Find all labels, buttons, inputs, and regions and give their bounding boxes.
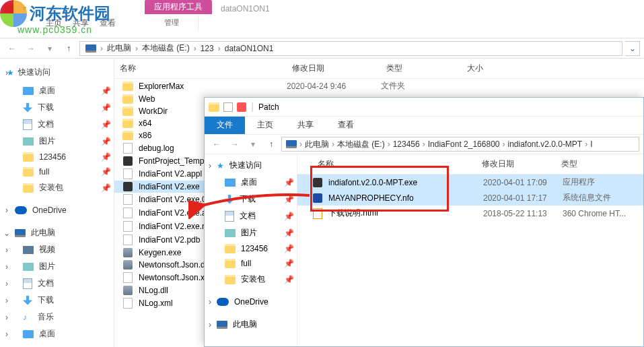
sidebar-item-folder[interactable]: full📌 xyxy=(205,256,297,271)
breadcrumb-item[interactable]: indiafont.v2.0.0-MPT xyxy=(505,139,585,149)
tab-view[interactable]: 查看 xyxy=(326,117,366,134)
sidebar-item-documents[interactable]: 文档📌 xyxy=(0,116,114,133)
breadcrumb-item[interactable]: 此电脑 xyxy=(302,139,332,150)
file-list-front: 名称 修改日期 类型 indiafont.v2.0.0-MPT.exe2020-… xyxy=(297,154,643,346)
sidebar-item-folder[interactable]: full📌 xyxy=(0,164,114,179)
picture-icon xyxy=(23,137,34,146)
sidebar-item-folder[interactable]: 123456📌 xyxy=(0,150,114,164)
chevron-right-icon[interactable]: › xyxy=(3,68,11,77)
sidebar-item-pictures[interactable]: ›图片 xyxy=(0,258,114,275)
breadcrumb-item[interactable]: 此电脑 xyxy=(104,42,134,54)
sidebar-item-downloads[interactable]: 下载📌 xyxy=(0,99,114,116)
tab-home[interactable]: 主页 xyxy=(245,117,285,134)
sidebar-item-folder[interactable]: 安装包📌 xyxy=(0,179,114,196)
chevron-right-icon[interactable]: › xyxy=(135,44,138,53)
col-date[interactable]: 修改日期 xyxy=(476,154,556,174)
file-row[interactable]: ExplorerMax2020-04-24 9:46文件夹 xyxy=(114,79,644,93)
nav-back-icon[interactable]: ← xyxy=(209,136,225,152)
chevron-down-icon[interactable]: ⌄ xyxy=(3,228,11,238)
breadcrumb-item[interactable]: 本地磁盘 (E:) xyxy=(334,139,388,150)
chevron-right-icon[interactable]: › xyxy=(206,320,214,329)
file-row[interactable]: 下载说明.html2018-05-22 11:13360 Chrome HT..… xyxy=(297,206,643,221)
chevron-right-icon[interactable]: › xyxy=(3,206,11,215)
chevron-right-icon[interactable]: › xyxy=(100,44,103,53)
ribbon-group-label[interactable]: 管理 xyxy=(145,18,198,28)
ribbon-tab-share[interactable]: 共享 xyxy=(73,18,89,29)
sidebar-item-documents[interactable]: 文档📌 xyxy=(205,208,297,224)
ribbon-contextual-tab[interactable]: 应用程序工具 xyxy=(145,0,212,14)
checkbox-icon[interactable] xyxy=(223,102,233,112)
chevron-down-icon[interactable]: ▾ xyxy=(19,3,30,13)
chevron-right-icon[interactable]: › xyxy=(194,44,196,53)
col-size[interactable]: 大小 xyxy=(462,59,515,78)
breadcrumb-front[interactable]: › 此电脑 › 本地磁盘 (E:) › 123456 › IndiaFont 2… xyxy=(281,137,639,152)
chevron-right-icon[interactable]: › xyxy=(218,44,221,53)
nav-up-icon[interactable]: ↑ xyxy=(61,40,77,57)
sidebar-onedrive[interactable]: ›OneDrive xyxy=(0,203,114,218)
sidebar-item-pictures[interactable]: 图片📌 xyxy=(205,224,297,241)
chevron-right-icon[interactable]: › xyxy=(3,262,11,272)
picture-icon xyxy=(23,263,34,271)
tab-share[interactable]: 共享 xyxy=(285,117,326,134)
sidebar-item-documents[interactable]: ›文档 xyxy=(0,275,114,292)
sidebar-item-music[interactable]: ›♪音乐 xyxy=(0,309,114,325)
file-icon xyxy=(123,234,133,245)
file-row[interactable]: MAYANPROPHECY.nfo2020-04-01 17:17系统信息文件 xyxy=(297,190,643,206)
chevron-right-icon[interactable]: › xyxy=(206,161,214,170)
sidebar-thispc[interactable]: ⌄此电脑 xyxy=(0,224,114,241)
sidebar-item-downloads[interactable]: ›下载 xyxy=(0,292,114,309)
breadcrumb-item[interactable]: dataON1ON1 xyxy=(222,44,277,53)
breadcrumb-item[interactable]: I xyxy=(587,139,595,149)
col-type[interactable]: 类型 xyxy=(381,59,462,78)
folder-icon[interactable] xyxy=(4,3,15,13)
sidebar-quick-access[interactable]: ›★快速访问 xyxy=(205,157,297,174)
sidebar-item-desktop[interactable]: 桌面📌 xyxy=(205,174,297,191)
sidebar-item-pictures[interactable]: 图片📌 xyxy=(0,133,114,150)
chevron-right-icon[interactable]: › xyxy=(3,329,11,339)
tab-file[interactable]: 文件 xyxy=(205,117,245,134)
nav-back-icon[interactable]: ← xyxy=(4,40,20,57)
file-row[interactable]: indiafont.v2.0.0-MPT.exe2020-04-01 17:09… xyxy=(297,175,643,190)
sidebar-quick-access[interactable]: › ★ 快速访问 xyxy=(0,63,114,82)
nav-forward-icon[interactable]: → xyxy=(227,136,243,152)
folder-icon xyxy=(122,119,133,128)
breadcrumb-item[interactable]: 本地磁盘 (E:) xyxy=(139,42,192,54)
col-name[interactable]: 名称 xyxy=(114,59,287,78)
chevron-right-icon[interactable]: › xyxy=(3,279,11,288)
chevron-right-icon[interactable]: › xyxy=(206,297,214,307)
col-type[interactable]: 类型 xyxy=(556,154,630,174)
breadcrumb-item[interactable]: 123 xyxy=(198,44,217,53)
folder-icon[interactable] xyxy=(209,102,219,113)
chevron-right-icon[interactable]: › xyxy=(3,296,11,305)
sidebar-item-downloads[interactable]: 下载📌 xyxy=(205,191,297,208)
chevron-right-icon[interactable]: › xyxy=(3,245,11,255)
ribbon-tab-home[interactable]: 主页 xyxy=(46,18,62,29)
breadcrumb-item[interactable]: IndiaFont 2_166800 xyxy=(425,139,503,149)
ribbon-tab-view[interactable]: 查看 xyxy=(100,18,116,29)
sidebar-item-videos[interactable]: ›视频 xyxy=(0,241,114,258)
file-icon xyxy=(123,168,133,179)
sidebar-thispc[interactable]: ›此电脑 xyxy=(205,316,297,333)
star-icon: ★ xyxy=(217,161,224,170)
sidebar-onedrive[interactable]: ›OneDrive xyxy=(205,294,297,309)
chevron-down-icon[interactable]: ▾ xyxy=(245,136,261,152)
breadcrumb-item[interactable]: 123456 xyxy=(390,139,423,149)
col-name[interactable]: 名称 xyxy=(297,154,476,174)
chevron-right-icon[interactable]: › xyxy=(3,313,11,322)
document-icon xyxy=(23,278,32,289)
sidebar-item-desktop[interactable]: 桌面📌 xyxy=(0,82,114,99)
exe-icon xyxy=(123,260,133,270)
nav-up-icon[interactable]: ↑ xyxy=(263,136,279,152)
props-icon[interactable] xyxy=(237,102,246,112)
sidebar-item-folder[interactable]: 123456📌 xyxy=(205,241,297,256)
chevron-down-icon[interactable]: ▾ xyxy=(42,40,58,57)
sidebar-item-label: 桌面 xyxy=(39,328,55,340)
folder-icon xyxy=(122,131,133,140)
sidebar-item-folder[interactable]: 安装包📌 xyxy=(205,271,297,288)
breadcrumb-back[interactable]: › 此电脑 › 本地磁盘 (E:) › 123 › dataON1ON1 xyxy=(79,41,622,56)
col-date[interactable]: 修改日期 xyxy=(287,59,381,78)
nav-forward-icon[interactable]: → xyxy=(23,40,39,57)
chevron-down-icon[interactable]: ⌄ xyxy=(625,41,640,56)
folder-icon xyxy=(23,183,34,193)
sidebar-item-desktop[interactable]: ›桌面 xyxy=(0,325,114,342)
